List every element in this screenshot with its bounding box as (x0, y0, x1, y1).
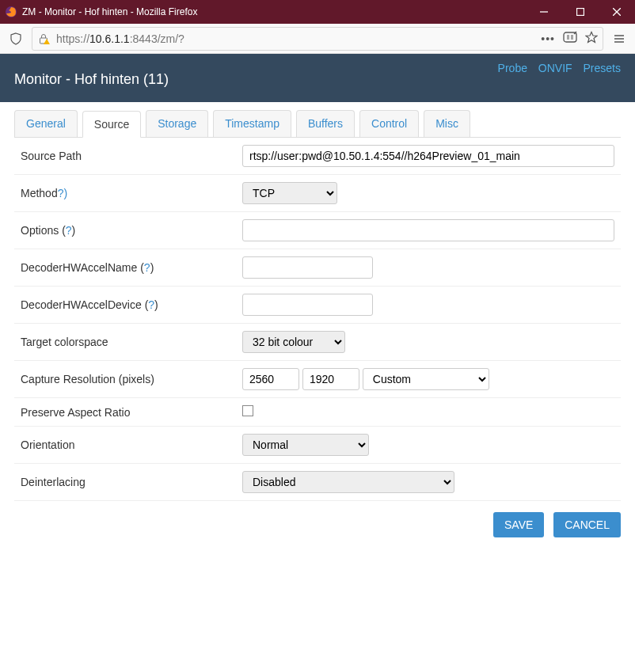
tab-buffers[interactable]: Buffers (296, 110, 355, 137)
onvif-link[interactable]: ONVIF (538, 62, 572, 74)
tab-general[interactable]: General (14, 110, 78, 137)
decoder-device-input[interactable] (242, 294, 373, 316)
label-source-path: Source Path (21, 150, 242, 162)
tab-storage[interactable]: Storage (146, 110, 208, 137)
tab-bar: General Source Storage Timestamp Buffers… (14, 110, 621, 137)
window-titlebar: ZM - Monitor - Hof hinten - Mozilla Fire… (0, 0, 635, 24)
window-title: ZM - Monitor - Hof hinten - Mozilla Fire… (22, 6, 526, 17)
method-select[interactable]: TCP (242, 182, 337, 204)
tab-timestamp[interactable]: Timestamp (213, 110, 291, 137)
source-path-input[interactable] (242, 145, 614, 167)
hamburger-menu-icon[interactable] (608, 28, 630, 50)
colorspace-select[interactable]: 32 bit colour (242, 331, 345, 353)
tracking-shield-icon[interactable] (5, 28, 27, 50)
cancel-button[interactable]: CANCEL (553, 512, 621, 537)
decdev-help-icon[interactable]: ? (148, 298, 154, 311)
capture-width-input[interactable] (242, 368, 299, 390)
maximize-button[interactable] (562, 0, 599, 24)
label-options: Options (?) (21, 224, 242, 237)
close-window-button[interactable] (599, 0, 635, 24)
options-help-icon[interactable]: ? (66, 224, 72, 237)
url-text: https://10.6.1.1:8443/zm/? (56, 32, 536, 45)
bookmark-star-icon[interactable] (585, 31, 598, 46)
button-row: SAVE CANCEL (14, 501, 621, 549)
reader-icon[interactable] (563, 31, 577, 46)
tab-control[interactable]: Control (359, 110, 419, 137)
svg-marker-6 (44, 39, 50, 44)
svg-rect-2 (577, 9, 584, 16)
label-method: Method?) (21, 187, 242, 199)
probe-link[interactable]: Probe (498, 62, 527, 74)
tab-source[interactable]: Source (82, 111, 141, 138)
minimize-button[interactable] (526, 0, 562, 24)
label-aspect: Preserve Aspect Ratio (21, 406, 242, 419)
page-actions-icon[interactable]: ••• (541, 32, 555, 45)
label-decoder-name: DecoderHWAccelName (?) (21, 261, 242, 274)
page-header: Probe ONVIF Presets Monitor - Hof hinten… (0, 54, 635, 102)
label-capture-res: Capture Resolution (pixels) (21, 373, 242, 385)
label-deinterlace: Deinterlacing (21, 476, 242, 488)
firefox-icon (5, 6, 17, 18)
orientation-select[interactable]: Normal (242, 434, 369, 456)
tab-panel-source: Source Path Method?) TCP Options (?) Dec… (14, 137, 621, 549)
method-help-icon[interactable]: ?) (58, 187, 67, 199)
tab-misc[interactable]: Misc (424, 110, 470, 137)
browser-toolbar: https://10.6.1.1:8443/zm/? ••• (0, 24, 635, 54)
presets-link[interactable]: Presets (584, 62, 621, 74)
options-input[interactable] (242, 219, 614, 241)
label-colorspace: Target colorspace (21, 336, 242, 348)
label-orientation: Orientation (21, 439, 242, 451)
header-links: Probe ONVIF Presets (490, 62, 621, 74)
lock-warning-icon (37, 32, 50, 45)
label-decoder-device: DecoderHWAccelDevice (?) (21, 298, 242, 311)
main-content: General Source Storage Timestamp Buffers… (0, 102, 635, 556)
url-bar[interactable]: https://10.6.1.1:8443/zm/? ••• (32, 27, 603, 51)
aspect-checkbox[interactable] (242, 405, 253, 416)
capture-height-input[interactable] (302, 368, 359, 390)
decoder-name-input[interactable] (242, 256, 373, 279)
save-button[interactable]: SAVE (493, 512, 544, 537)
deinterlace-select[interactable]: Disabled (242, 471, 454, 493)
decname-help-icon[interactable]: ? (144, 261, 150, 274)
capture-preset-select[interactable]: Custom (363, 368, 489, 390)
